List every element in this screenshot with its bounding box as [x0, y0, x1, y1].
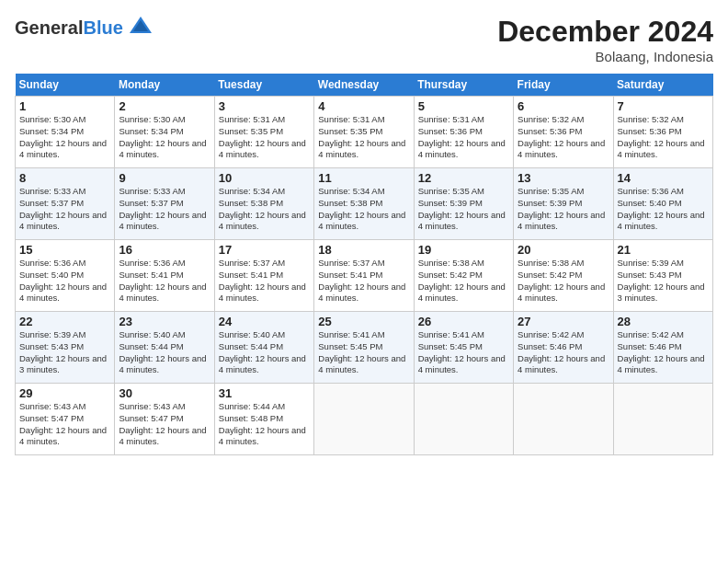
day-cell: 26Sunrise: 5:41 AMSunset: 5:45 PMDayligh…	[414, 312, 513, 384]
day-detail: Sunrise: 5:33 AMSunset: 5:37 PMDaylight:…	[119, 186, 210, 233]
day-number: 15	[19, 243, 110, 257]
day-number: 11	[318, 171, 409, 185]
logo: GeneralBlue	[15, 15, 154, 40]
day-number: 29	[19, 386, 110, 400]
day-cell: 9Sunrise: 5:33 AMSunset: 5:37 PMDaylight…	[115, 168, 214, 240]
day-detail: Sunrise: 5:39 AMSunset: 5:43 PMDaylight:…	[618, 258, 709, 304]
calendar-table: Sunday Monday Tuesday Wednesday Thursday…	[15, 74, 713, 455]
day-number: 24	[219, 315, 310, 328]
col-monday: Monday	[115, 74, 214, 97]
day-detail: Sunrise: 5:41 AMSunset: 5:45 PMDaylight:…	[318, 329, 409, 376]
day-detail: Sunrise: 5:32 AMSunset: 5:36 PMDaylight:…	[618, 114, 709, 161]
day-detail: Sunrise: 5:35 AMSunset: 5:39 PMDaylight:…	[518, 186, 609, 233]
month-title: December 2024	[497, 15, 713, 49]
day-cell: 21Sunrise: 5:39 AMSunset: 5:43 PMDayligh…	[613, 240, 712, 312]
day-cell: 17Sunrise: 5:37 AMSunset: 5:41 PMDayligh…	[214, 240, 313, 312]
col-thursday: Thursday	[414, 74, 513, 97]
day-detail: Sunrise: 5:30 AMSunset: 5:34 PMDaylight:…	[19, 114, 110, 161]
day-cell	[314, 384, 414, 455]
logo-general: General	[15, 17, 83, 38]
day-cell: 11Sunrise: 5:34 AMSunset: 5:38 PMDayligh…	[314, 168, 414, 240]
day-cell: 28Sunrise: 5:42 AMSunset: 5:46 PMDayligh…	[613, 312, 712, 384]
location: Bolaang, Indonesia	[497, 49, 713, 64]
day-cell: 19Sunrise: 5:38 AMSunset: 5:42 PMDayligh…	[414, 240, 513, 312]
day-cell: 30Sunrise: 5:43 AMSunset: 5:47 PMDayligh…	[115, 384, 214, 455]
day-cell	[613, 384, 712, 455]
day-detail: Sunrise: 5:35 AMSunset: 5:39 PMDaylight:…	[418, 186, 509, 233]
day-cell: 29Sunrise: 5:43 AMSunset: 5:47 PMDayligh…	[16, 384, 115, 455]
day-number: 14	[618, 171, 709, 185]
header-row: Sunday Monday Tuesday Wednesday Thursday…	[16, 74, 713, 97]
day-number: 10	[219, 171, 310, 185]
day-number: 21	[618, 243, 709, 257]
day-detail: Sunrise: 5:31 AMSunset: 5:35 PMDaylight:…	[318, 114, 409, 161]
day-detail: Sunrise: 5:40 AMSunset: 5:44 PMDaylight:…	[219, 329, 310, 376]
day-cell: 14Sunrise: 5:36 AMSunset: 5:40 PMDayligh…	[613, 168, 712, 240]
day-number: 20	[518, 243, 609, 257]
day-cell: 4Sunrise: 5:31 AMSunset: 5:35 PMDaylight…	[314, 97, 414, 168]
col-wednesday: Wednesday	[314, 74, 414, 97]
day-cell: 10Sunrise: 5:34 AMSunset: 5:38 PMDayligh…	[214, 168, 313, 240]
day-cell: 2Sunrise: 5:30 AMSunset: 5:34 PMDaylight…	[115, 97, 214, 168]
day-detail: Sunrise: 5:37 AMSunset: 5:41 PMDaylight:…	[219, 258, 310, 304]
day-number: 12	[418, 171, 509, 185]
week-row-2: 8Sunrise: 5:33 AMSunset: 5:37 PMDaylight…	[16, 168, 713, 240]
day-detail: Sunrise: 5:44 AMSunset: 5:48 PMDaylight:…	[219, 401, 310, 448]
day-cell: 8Sunrise: 5:33 AMSunset: 5:37 PMDaylight…	[16, 168, 115, 240]
col-friday: Friday	[514, 74, 613, 97]
day-detail: Sunrise: 5:31 AMSunset: 5:36 PMDaylight:…	[418, 114, 509, 161]
week-row-3: 15Sunrise: 5:36 AMSunset: 5:40 PMDayligh…	[16, 240, 713, 312]
day-number: 3	[219, 99, 310, 113]
day-detail: Sunrise: 5:36 AMSunset: 5:40 PMDaylight:…	[19, 258, 110, 304]
day-number: 27	[518, 315, 609, 328]
day-number: 16	[119, 243, 210, 257]
day-detail: Sunrise: 5:42 AMSunset: 5:46 PMDaylight:…	[618, 329, 709, 376]
day-number: 1	[19, 99, 110, 113]
day-detail: Sunrise: 5:34 AMSunset: 5:38 PMDaylight:…	[219, 186, 310, 233]
day-number: 19	[418, 243, 509, 257]
day-cell: 3Sunrise: 5:31 AMSunset: 5:35 PMDaylight…	[214, 97, 313, 168]
day-number: 31	[219, 386, 310, 400]
day-cell: 16Sunrise: 5:36 AMSunset: 5:41 PMDayligh…	[115, 240, 214, 312]
day-detail: Sunrise: 5:43 AMSunset: 5:47 PMDaylight:…	[19, 401, 110, 448]
day-detail: Sunrise: 5:43 AMSunset: 5:47 PMDaylight:…	[119, 401, 210, 448]
day-cell	[414, 384, 513, 455]
title-block: December 2024 Bolaang, Indonesia	[497, 15, 713, 64]
day-number: 23	[119, 315, 210, 328]
day-cell: 25Sunrise: 5:41 AMSunset: 5:45 PMDayligh…	[314, 312, 414, 384]
day-number: 2	[119, 99, 210, 113]
day-detail: Sunrise: 5:38 AMSunset: 5:42 PMDaylight:…	[518, 258, 609, 304]
day-number: 30	[119, 386, 210, 400]
day-cell: 15Sunrise: 5:36 AMSunset: 5:40 PMDayligh…	[16, 240, 115, 312]
day-number: 25	[318, 315, 409, 328]
day-detail: Sunrise: 5:31 AMSunset: 5:35 PMDaylight:…	[219, 114, 310, 161]
col-tuesday: Tuesday	[214, 74, 313, 97]
day-cell: 23Sunrise: 5:40 AMSunset: 5:44 PMDayligh…	[115, 312, 214, 384]
day-detail: Sunrise: 5:41 AMSunset: 5:45 PMDaylight:…	[418, 329, 509, 376]
day-cell: 5Sunrise: 5:31 AMSunset: 5:36 PMDaylight…	[414, 97, 513, 168]
col-saturday: Saturday	[613, 74, 712, 97]
day-detail: Sunrise: 5:36 AMSunset: 5:40 PMDaylight:…	[618, 186, 709, 233]
day-cell: 1Sunrise: 5:30 AMSunset: 5:34 PMDaylight…	[16, 97, 115, 168]
day-number: 26	[418, 315, 509, 328]
day-detail: Sunrise: 5:42 AMSunset: 5:46 PMDaylight:…	[518, 329, 609, 376]
day-cell: 13Sunrise: 5:35 AMSunset: 5:39 PMDayligh…	[514, 168, 613, 240]
day-number: 18	[318, 243, 409, 257]
week-row-4: 22Sunrise: 5:39 AMSunset: 5:43 PMDayligh…	[16, 312, 713, 384]
day-cell: 27Sunrise: 5:42 AMSunset: 5:46 PMDayligh…	[514, 312, 613, 384]
day-number: 13	[518, 171, 609, 185]
day-cell: 31Sunrise: 5:44 AMSunset: 5:48 PMDayligh…	[214, 384, 313, 455]
header: GeneralBlue December 2024 Bolaang, Indon…	[15, 15, 713, 64]
day-number: 22	[19, 315, 110, 328]
day-detail: Sunrise: 5:37 AMSunset: 5:41 PMDaylight:…	[318, 258, 409, 304]
day-cell: 12Sunrise: 5:35 AMSunset: 5:39 PMDayligh…	[414, 168, 513, 240]
week-row-1: 1Sunrise: 5:30 AMSunset: 5:34 PMDaylight…	[16, 97, 713, 168]
day-number: 8	[19, 171, 110, 185]
day-cell: 18Sunrise: 5:37 AMSunset: 5:41 PMDayligh…	[314, 240, 414, 312]
day-number: 7	[618, 99, 709, 113]
day-cell: 6Sunrise: 5:32 AMSunset: 5:36 PMDaylight…	[514, 97, 613, 168]
main-container: GeneralBlue December 2024 Bolaang, Indon…	[0, 0, 728, 563]
day-detail: Sunrise: 5:34 AMSunset: 5:38 PMDaylight:…	[318, 186, 409, 233]
day-number: 28	[618, 315, 709, 328]
day-cell: 22Sunrise: 5:39 AMSunset: 5:43 PMDayligh…	[16, 312, 115, 384]
